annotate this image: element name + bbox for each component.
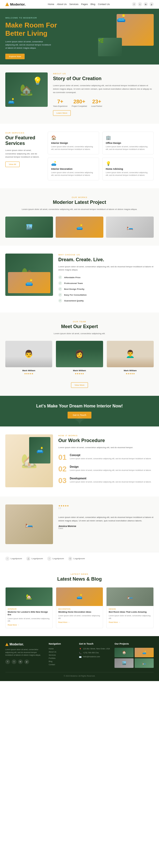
step-num-2: 03 [58,477,67,484]
nav-home[interactable]: Home [48,3,54,5]
room-image: 🛏️ [5,504,53,544]
news-readmore-0[interactable]: Read More → [8,624,50,626]
feature-item-3: ✓ Easy For Consultation [58,293,154,297]
expert-title: Meet Our Expert [5,324,154,330]
partner-icon-2: ○ [47,557,51,561]
footer-link-portfolio[interactable]: Portfolio [49,657,75,659]
news-grid: 🏡 Interior Moderior for London's Elite N… [5,587,154,628]
footer-link-home[interactable]: Home [49,648,75,650]
procedure-inner-image: 🛋️ [29,437,50,463]
feature-item-2: ✓ Best Design Priority [58,287,154,291]
footer-logo: Moderior. [5,643,45,646]
footer-contact-col: Get In Touch 📍 123 Abc Street, New Order… [79,643,110,668]
news-desc-2: Lorem ipsum dolor sit amet, consectetur … [109,615,151,620]
nav-pages[interactable]: Pages [81,3,88,5]
social-pinterest[interactable]: p [150,2,154,6]
expert-photo-0: 👨 [5,341,52,367]
news-card-0[interactable]: 🏡 Interior Moderior for London's Elite N… [5,587,53,628]
story-cta-button[interactable]: Learn More [53,110,71,116]
email-icon: ✉️ [79,656,82,658]
social-twitter[interactable]: t [138,2,142,6]
nav-contact[interactable]: Contact Us [98,3,110,5]
step-desc-1: Lorem ipsum dolor sit amet, consectetur … [70,469,151,472]
logo[interactable]: Moderior. [5,2,26,6]
news-desc-1: Lorem ipsum dolor sit amet, consectetur … [58,615,101,620]
services-cta-button[interactable]: View All [5,161,20,167]
nav-links: Home About Us Services Pages Blog Contac… [48,3,110,5]
logo-icon [5,2,9,6]
dream-description: Lorem ipsum dolor sit amet, consectetur … [58,265,154,272]
testimonial-right: ★★★★★ " Lorem ipsum dolor sit amet, cons… [58,504,154,529]
procedure-section: 🏡 🛋️ HOW IT WORKS Our Work Procedure Lor… [0,427,159,497]
news-body-1: Decoration Wedding Home Decoration Ideas… [56,606,103,625]
partner-name-2: Logolpsum [52,557,64,560]
footer-social-instagram[interactable]: in [18,659,23,664]
stat-partners: 23+ Local Partner [91,99,102,107]
footer-link-about[interactable]: About Us [49,651,75,653]
news-section: LATEST NEWS Latest News & Blog 🏡 Interio… [0,565,159,636]
service-icon-advising: 💡 [106,161,150,166]
nav-blog[interactable]: Blog [90,3,96,5]
dream-inner-image: 🛋️ [8,272,50,293]
procedure-title: Our Work Procedure [58,438,154,443]
project-card-1[interactable]: 🛋️ [56,217,103,238]
story-content: ABOUT US Story of Our Creation Lorem ips… [53,72,154,116]
social-instagram[interactable]: in [143,2,148,6]
procedure-step-0: 01 Concept Lorem ipsum dolor sit amet, c… [58,454,154,461]
stats-row: 7+ Years Experience 280+ Project Complet… [53,99,154,107]
hero-section: WELCOME TO MODERIOR Make Room For Better… [0,9,159,64]
expert-name-0: Mark William [5,369,52,372]
cta-banner: ✦ Let's Make Your Dream Home Interior No… [0,396,159,427]
cta-title: Let's Make Your Dream Home Interior Now! [5,404,154,408]
testimonial-stars: ★★★★★ [58,504,154,507]
procedure-step-1: 02 Design Lorem ipsum dolor sit amet, co… [58,465,154,473]
footer-brand-name: Moderior. [9,643,24,646]
story-description: Lorem ipsum dolor sit amet, consectetur … [53,84,154,94]
project-card-2[interactable]: 🛏️ [106,217,154,238]
feature-item-1: ✓ Professional Team [58,281,154,285]
footer-project-2[interactable]: 🏙️ [114,658,134,668]
partner-icon-0: ○ [5,557,9,561]
footer-project-3[interactable]: 🛏️ [135,658,154,668]
expert-stars-1: ★★★★★ [56,373,103,375]
footer-social-facebook[interactable]: f [5,659,10,664]
footer-description: Lorem ipsum dolor sit amet, consectetur … [5,648,45,657]
expert-view-more-button[interactable]: View More [71,382,88,388]
footer-link-services[interactable]: Services [49,654,75,656]
projects-description: Lorem ipsum dolor sit amet, consectetur … [5,208,154,211]
footer-project-0[interactable]: 🏠 [114,648,134,657]
procedure-steps: 01 Concept Lorem ipsum dolor sit amet, c… [58,454,154,484]
news-card-1[interactable]: 🛋️ Decoration Wedding Home Decoration Id… [56,587,103,628]
footer-social-twitter[interactable]: t [12,659,17,664]
nav-about[interactable]: About Us [57,3,67,5]
dream-title: Dream. Create. Live. [58,257,154,262]
feature-text-0: Affordable Price [64,276,81,279]
news-body-2: Design Bed Room Ideas That Looks Amazing… [107,606,154,625]
nav-services[interactable]: Services [69,3,78,5]
news-title-1: Wedding Home Decoration Ideas [58,611,101,613]
news-readmore-1[interactable]: Read More → [58,621,101,623]
social-facebook[interactable]: f [132,2,136,6]
services-description: Lorem ipsum dolor sit amet, consectetur … [5,149,43,159]
service-title-1: Office Design [106,142,150,144]
project-card-0[interactable]: 🏙️ [5,217,53,238]
service-card-decoration: 🛋️ Interior Decoration Lorem ipsum dolor… [48,158,99,180]
news-card-2[interactable]: 🛏️ Design Bed Room Ideas That Looks Amaz… [106,587,154,628]
services-section: OUR SERVICES Our Featured Services Lorem… [0,124,159,188]
footer-link-blog[interactable]: Blog [49,660,75,662]
testimonial-text: Lorem ipsum dolor sit amet, consectetur … [58,516,154,523]
hero-eyebrow: WELCOME TO MODERIOR [5,17,154,19]
footer-address-text: 123 Abc Street, New Order, USA [83,648,110,650]
story-sofa-icon: 🛋️ [8,98,15,104]
expert-card-2: 👨‍🦱 Mark William ★★★★★ [107,341,154,375]
hero-cta-button[interactable]: Explore Now [5,54,25,59]
footer-social-pinterest[interactable]: p [24,659,29,664]
story-title: Story of Our Creation [53,76,154,82]
service-desc-3: Lorem ipsum dolor sit amet, consectetur … [106,171,150,177]
partner-1: △ Logolpsum [26,557,43,561]
news-label: LATEST NEWS [5,573,154,575]
news-readmore-2[interactable]: Read More → [109,621,151,623]
footer-nav-col: Navigation Home About Us Services Portfo… [49,643,75,668]
footer-link-contact[interactable]: Contact [49,663,75,665]
footer-project-1[interactable]: 🛋️ [135,648,154,657]
